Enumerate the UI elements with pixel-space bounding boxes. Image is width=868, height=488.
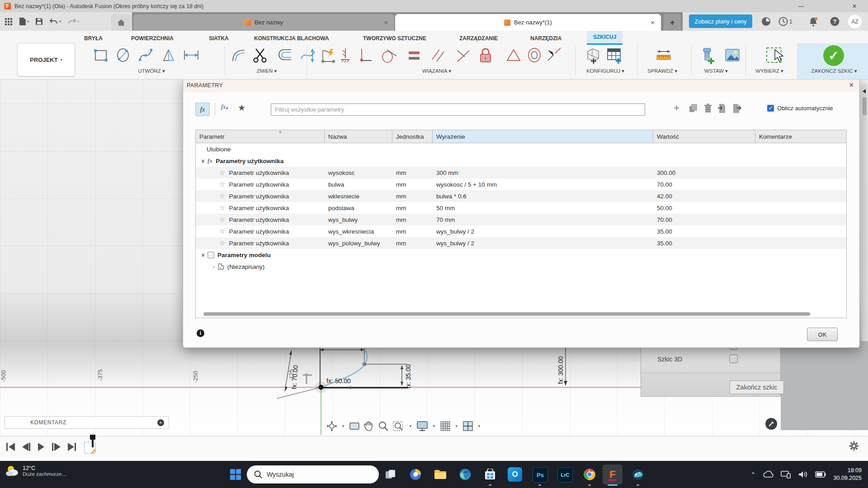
parameter-row[interactable]: ☆Parametr użytkownika bulwa mm wysokosc … bbox=[196, 178, 846, 190]
equal-constraint-icon[interactable] bbox=[405, 46, 423, 64]
param-unit[interactable]: mm bbox=[392, 167, 433, 178]
step-forward-icon[interactable] bbox=[54, 443, 61, 451]
show-all-parameters-toggle[interactable]: fx bbox=[195, 103, 210, 116]
constraint-dimension-icon[interactable] bbox=[319, 46, 337, 64]
ribbon-tab-sketch[interactable]: SZKICUJ bbox=[587, 31, 623, 45]
taskbar-search[interactable]: Wyszukaj bbox=[247, 465, 379, 483]
lock-constraint-icon[interactable] bbox=[476, 46, 495, 64]
group-finish-sketch[interactable]: ZAKOŃCZ SZKIC ▾ bbox=[811, 68, 857, 74]
tray-chevron-icon[interactable]: ⌃ bbox=[751, 471, 756, 478]
dropdown-caret-icon[interactable]: ▼ bbox=[341, 424, 345, 428]
column-header[interactable]: Wartość bbox=[653, 130, 755, 143]
favorite-star-icon[interactable]: ☆ bbox=[219, 169, 225, 177]
battery-icon[interactable] bbox=[815, 471, 826, 478]
dropdown-caret-icon[interactable]: ▼ bbox=[455, 424, 458, 428]
file-explorer-icon[interactable] bbox=[433, 467, 448, 482]
expand-chevron-icon[interactable]: › bbox=[213, 264, 215, 269]
param-comment[interactable] bbox=[755, 190, 846, 202]
ribbon-tab-mesh[interactable]: SIATKA bbox=[209, 33, 229, 43]
step-back-icon[interactable] bbox=[22, 443, 28, 451]
configuration-table-icon[interactable] bbox=[605, 46, 623, 64]
info-icon[interactable]: i bbox=[197, 329, 204, 337]
timeline-settings-gear-icon[interactable] bbox=[849, 441, 859, 451]
auto-compute-checkbox[interactable]: ✓ bbox=[767, 105, 774, 112]
view-plans-button[interactable]: Zobacz plany i ceny bbox=[689, 14, 752, 28]
mirror-tool-icon[interactable] bbox=[159, 46, 177, 64]
ok-button[interactable]: OK bbox=[807, 328, 838, 341]
feedback-badge-icon[interactable] bbox=[765, 418, 777, 430]
save-icon[interactable] bbox=[35, 18, 43, 25]
ribbon-tab-manage[interactable]: ZARZĄDZANIE bbox=[459, 33, 498, 43]
group-modify[interactable]: ZMIEŃ ▾ bbox=[257, 68, 277, 74]
sketch-dimension-tool-icon[interactable] bbox=[309, 46, 319, 64]
fix-constraint-tool-icon[interactable] bbox=[336, 46, 354, 64]
parameter-row[interactable]: ☆Parametr użytkownika wklesniecie mm bul… bbox=[196, 190, 846, 202]
comments-bar[interactable]: KOMENTARZ + bbox=[5, 416, 169, 429]
scrollbar-thumb[interactable] bbox=[863, 97, 867, 115]
horizontal-vertical-constraint-icon[interactable] bbox=[356, 46, 374, 64]
model-parameters-group-row[interactable]: ∨ Parametry modelu bbox=[196, 249, 846, 261]
job-status-icon[interactable]: 1 bbox=[778, 17, 797, 26]
param-name[interactable]: podstawa bbox=[325, 202, 392, 214]
dimension-label[interactable]: fx: 35.00 bbox=[405, 364, 412, 389]
favorite-star-icon[interactable]: ☆ bbox=[219, 216, 225, 224]
dropdown-caret-icon[interactable]: ▼ bbox=[432, 424, 436, 428]
insert-fastener-icon[interactable] bbox=[698, 46, 716, 64]
favorite-star-icon[interactable]: ☆ bbox=[219, 239, 225, 247]
spline-tool-icon[interactable] bbox=[137, 46, 155, 64]
canvas-vertical-scrollbar[interactable] bbox=[862, 84, 868, 343]
go-to-end-icon[interactable] bbox=[75, 443, 76, 451]
add-comment-icon[interactable]: + bbox=[157, 419, 164, 426]
table-horizontal-scrollbar[interactable] bbox=[203, 312, 810, 316]
delete-parameter-icon[interactable] bbox=[703, 103, 713, 113]
ribbon-tab-surface[interactable]: POWIERZCHNIA bbox=[131, 33, 174, 43]
ribbon-tab-plastic[interactable]: TWORZYWO SZTUCZNE bbox=[363, 33, 426, 43]
param-comment[interactable] bbox=[755, 225, 846, 237]
chrome-icon[interactable] bbox=[582, 467, 597, 482]
weather-widget[interactable]: 12°C Duże zachmurze... bbox=[5, 465, 66, 477]
offset-tool-icon[interactable] bbox=[276, 46, 294, 64]
param-comment[interactable] bbox=[755, 178, 846, 190]
close-tab-icon[interactable]: × bbox=[384, 19, 388, 26]
param-name[interactable]: wklesniecie bbox=[325, 190, 392, 202]
param-expression[interactable]: wys_bulwy / 2 bbox=[433, 225, 653, 237]
zoom-icon[interactable] bbox=[378, 421, 389, 432]
orbit-icon[interactable] bbox=[326, 421, 337, 432]
param-comment[interactable] bbox=[755, 202, 846, 214]
viewports-icon[interactable] bbox=[462, 421, 473, 432]
parameter-row[interactable]: ☆Parametr użytkownika podstawa mm 50 mm … bbox=[196, 202, 846, 214]
fusion-taskbar-icon[interactable]: F bbox=[605, 467, 620, 482]
param-comment[interactable] bbox=[755, 214, 846, 225]
notifications-bell-icon[interactable] bbox=[808, 17, 818, 26]
timeline-position-marker[interactable] bbox=[92, 435, 94, 447]
help-icon[interactable]: ? bbox=[830, 17, 840, 26]
ribbon-tab-solid[interactable]: BRYŁA bbox=[84, 33, 103, 43]
dialog-titlebar[interactable]: PARAMETRY × bbox=[183, 79, 859, 92]
minimize-button[interactable]: — bbox=[792, 0, 810, 12]
play-icon[interactable] bbox=[38, 443, 44, 451]
home-button[interactable] bbox=[111, 14, 131, 31]
collapse-chevron-icon[interactable]: ∨ bbox=[201, 158, 205, 164]
param-expression[interactable]: 70 mm bbox=[433, 214, 653, 225]
go-to-start-icon[interactable] bbox=[6, 443, 8, 451]
param-name[interactable]: wys_wkresniecia bbox=[325, 225, 392, 237]
param-expression[interactable]: 300 mm bbox=[433, 167, 653, 178]
dropdown-caret-icon[interactable]: ▼ bbox=[409, 424, 412, 428]
symmetry-constraint-icon[interactable] bbox=[505, 46, 523, 64]
model-document-row[interactable]: › (Niezapisany) bbox=[196, 261, 846, 272]
close-window-button[interactable]: × bbox=[845, 0, 863, 12]
group-configure[interactable]: KONFIGURUJ ▾ bbox=[586, 68, 624, 74]
file-menu-icon[interactable]: ▾ bbox=[19, 17, 29, 26]
param-unit[interactable]: mm bbox=[392, 237, 433, 249]
dialog-close-icon[interactable]: × bbox=[849, 80, 854, 90]
panel-collapse-arrow-icon[interactable] bbox=[863, 89, 866, 94]
cast-device-icon[interactable] bbox=[781, 470, 791, 479]
circle-tool-icon[interactable] bbox=[114, 46, 132, 64]
export-parameters-icon[interactable] bbox=[732, 103, 742, 113]
perpendicular-constraint-icon[interactable] bbox=[454, 46, 472, 64]
taskbar-clock[interactable]: 18:09 30.09.2025 bbox=[833, 467, 862, 482]
column-header[interactable]: Nazwa bbox=[325, 130, 392, 143]
param-expression[interactable]: wysokosc / 5 + 10 mm bbox=[433, 178, 653, 190]
column-header[interactable]: Wyrażenie bbox=[433, 130, 653, 143]
redo-icon[interactable]: ▾ bbox=[67, 18, 79, 25]
